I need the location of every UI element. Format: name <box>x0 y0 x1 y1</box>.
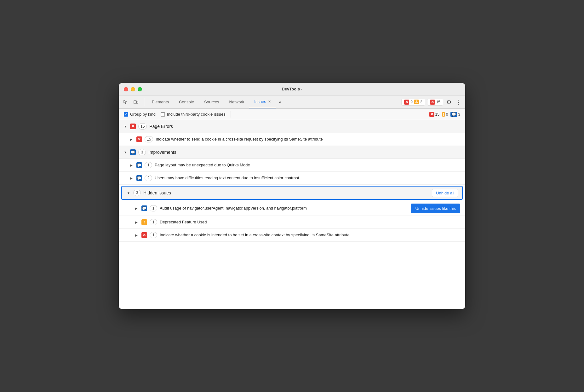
hidden-issues-section-header[interactable]: ▼ 3 Hidden issues Unhide all <box>121 186 463 200</box>
filter-info-icon: 💬 <box>450 112 457 117</box>
imp-1-count: 2 <box>145 175 152 181</box>
tab-console[interactable]: Console <box>174 95 199 108</box>
hidden-0-count: 1 <box>150 205 157 211</box>
close-button[interactable] <box>124 87 128 91</box>
hidden-issues-chevron: ▼ <box>127 191 131 195</box>
toolbar-right: ✕ 9 ⚠ 3 ✕ 15 ⚙ ⋮ <box>401 97 463 107</box>
error-icon: ✕ <box>404 100 409 105</box>
content-area: ▼ ✕ 15 Page Errors ▶ ✕ 15 Indicate wheth… <box>119 120 465 309</box>
hidden-issue-2[interactable]: ▶ ✕ 1 Indicate whether a cookie is inten… <box>119 229 465 242</box>
traffic-lights <box>124 87 142 91</box>
unhide-like-this-tooltip[interactable]: Unhide issues like this <box>411 204 460 213</box>
hidden-issue-0[interactable]: ▶ 💬 1 Audit usage of navigator.userAgent… <box>119 201 465 216</box>
toolbar: Elements Console Sources Network Issues … <box>119 95 465 109</box>
imp-1-icon: 💬 <box>136 175 142 181</box>
gear-icon[interactable]: ⚙ <box>445 97 453 107</box>
tab-sources[interactable]: Sources <box>199 95 224 108</box>
hidden-issue-1[interactable]: ▶ ! 1 Deprecated Feature Used <box>119 216 465 229</box>
filter-info-count: 3 <box>458 112 460 117</box>
more-options-icon[interactable]: ⋮ <box>455 97 463 107</box>
issue-0-text: Indicate whether to send a cookie in a c… <box>156 136 460 142</box>
imp-0-text: Page layout may be unexpected due to Qui… <box>155 162 460 168</box>
inspect-icon[interactable] <box>121 98 130 107</box>
warning-count: 3 <box>420 100 422 104</box>
page-errors-count: 15 <box>138 123 147 130</box>
hidden-2-chevron: ▶ <box>135 233 139 237</box>
toolbar-divider <box>144 98 144 106</box>
toolbar-icons <box>121 98 140 107</box>
minimize-button[interactable] <box>131 87 135 91</box>
hidden-0-icon: 💬 <box>141 205 147 211</box>
page-errors-section-header[interactable]: ▼ ✕ 15 Page Errors <box>119 120 465 133</box>
improvements-chevron: ▼ <box>124 151 128 154</box>
page-errors-title: Page Errors <box>149 124 173 129</box>
filter-info-badge: 💬 3 <box>450 112 460 117</box>
hidden-2-count: 1 <box>150 232 157 238</box>
third-party-label: Include third-party cookie issues <box>167 112 226 117</box>
hidden-issues-title: Hidden issues <box>143 190 171 195</box>
filter-divider <box>231 111 231 118</box>
page-errors-icon: ✕ <box>130 124 136 129</box>
issues-badge[interactable]: ✕ 15 <box>427 99 443 106</box>
improvement-issue-0[interactable]: ▶ 💬 1 Page layout may be unexpected due … <box>119 159 465 172</box>
tab-network[interactable]: Network <box>224 95 249 108</box>
group-by-kind-checkbox-group: ✓ Group by kind <box>124 112 156 117</box>
third-party-checkbox[interactable] <box>161 112 165 117</box>
tab-elements[interactable]: Elements <box>147 95 174 108</box>
improvements-section-header[interactable]: ▼ 💬 3 Improvements <box>119 146 465 159</box>
issues-error-icon: ✕ <box>430 100 435 105</box>
unhide-all-button[interactable]: Unhide all <box>432 189 458 197</box>
group-by-kind-checkbox[interactable]: ✓ <box>124 112 128 117</box>
maximize-button[interactable] <box>138 87 142 91</box>
hidden-2-text: Indicate whether a cookie is intended to… <box>160 232 460 238</box>
imp-0-icon: 💬 <box>136 162 142 168</box>
error-count: 9 <box>410 100 413 104</box>
improvements-count: 3 <box>138 149 146 155</box>
improvements-title: Improvements <box>148 150 176 155</box>
hidden-2-error-icon: ✕ <box>141 232 147 238</box>
tab-more-button[interactable]: » <box>276 95 284 108</box>
imp-0-chevron: ▶ <box>130 164 134 167</box>
hidden-issues-count: 3 <box>133 190 141 196</box>
issue-0-chevron: ▶ <box>130 138 134 141</box>
svg-rect-0 <box>134 101 136 104</box>
filter-bar: ✓ Group by kind Include third-party cook… <box>119 109 465 120</box>
svg-rect-1 <box>137 101 138 103</box>
filter-error-count: 15 <box>435 112 439 117</box>
hidden-1-text: Deprecated Feature Used <box>160 219 460 225</box>
error-warning-badge[interactable]: ✕ 9 ⚠ 3 <box>401 99 425 106</box>
imp-1-text: Users may have difficulties reading text… <box>155 175 460 181</box>
filter-error-icon: ✕ <box>429 112 434 117</box>
improvement-issue-1[interactable]: ▶ 💬 2 Users may have difficulties readin… <box>119 172 465 185</box>
page-error-issue-0[interactable]: ▶ ✕ 15 Indicate whether to send a cookie… <box>119 133 465 146</box>
window-title: DevTools · <box>282 87 302 91</box>
tab-issues[interactable]: Issues ✕ <box>249 95 276 108</box>
group-by-kind-label: Group by kind <box>130 112 156 117</box>
tabs: Elements Console Sources Network Issues … <box>147 95 400 108</box>
filter-warning-count: 0 <box>446 112 448 117</box>
tab-issues-close[interactable]: ✕ <box>268 100 271 104</box>
hidden-1-warning-icon: ! <box>141 219 147 225</box>
issues-count: 15 <box>436 100 440 104</box>
hidden-1-chevron: ▶ <box>135 221 139 224</box>
check-icon: ✓ <box>125 112 127 116</box>
imp-0-count: 1 <box>145 162 152 168</box>
issue-0-error-icon: ✕ <box>136 136 142 142</box>
title-bar: DevTools · <box>119 83 465 95</box>
page-errors-chevron: ▼ <box>124 125 128 128</box>
hidden-0-chevron: ▶ <box>135 207 139 210</box>
filter-warning-icon: ! <box>442 112 445 117</box>
filter-warning-badge: ! 0 <box>442 112 448 117</box>
imp-1-chevron: ▶ <box>130 176 134 180</box>
issue-0-count: 15 <box>145 136 153 142</box>
hidden-1-count: 1 <box>150 219 157 225</box>
device-icon[interactable] <box>131 98 140 107</box>
filter-error-badge: ✕ 15 <box>429 112 439 117</box>
filter-counts: ✕ 15 ! 0 💬 3 <box>429 112 460 117</box>
third-party-checkbox-group: Include third-party cookie issues <box>161 112 226 117</box>
hidden-0-text: Audit usage of navigator.userAgent, navi… <box>160 205 449 211</box>
devtools-window: DevTools · Elements Console <box>119 83 465 309</box>
warning-icon: ⚠ <box>414 100 419 104</box>
improvements-icon: 💬 <box>130 149 136 155</box>
